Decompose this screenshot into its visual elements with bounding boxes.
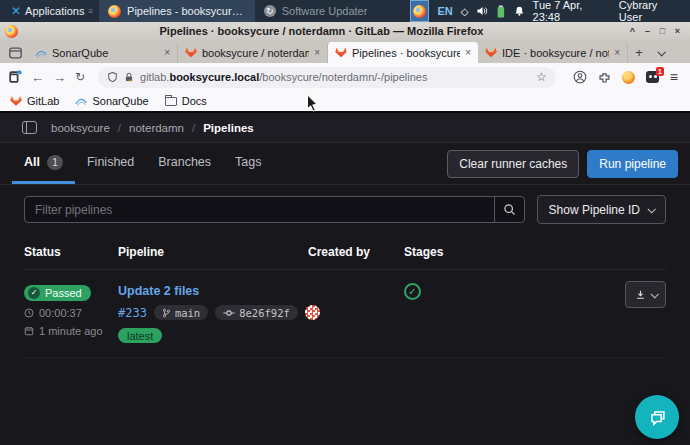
tab-label: SonarQube [52, 47, 159, 59]
clock-icon [24, 308, 34, 318]
gitlab-icon [185, 47, 197, 58]
maximize-button[interactable]: □ [655, 26, 670, 36]
system-tray: EN ◇ Tue 7 Apr, 23:48 Cybrary User [410, 0, 690, 22]
new-tab-button[interactable]: + [628, 42, 650, 63]
account-icon[interactable] [573, 70, 587, 84]
tab-finished[interactable]: Finished [75, 143, 146, 184]
clock[interactable]: Tue 7 Apr, 23:48 [533, 0, 611, 23]
browser-toolbar: ← → ↻ gitlab.booksycure.local/booksycure… [0, 63, 690, 91]
search-button[interactable] [494, 197, 524, 222]
applications-menu[interactable]: ✕ Applications ≡ [4, 0, 99, 22]
tab-sonarqube[interactable]: SonarQube × [28, 42, 178, 63]
close-button[interactable]: × [670, 26, 685, 36]
search-icon [503, 203, 516, 216]
applications-caret-icon: ≡ [88, 7, 92, 16]
taskbar-window-label: Pipelines - booksycure /... [127, 5, 246, 17]
back-button[interactable]: ← [31, 71, 44, 84]
bookmark-sonarqube[interactable]: SonarQube [75, 95, 148, 107]
language-indicator[interactable]: EN [437, 5, 452, 17]
pipeline-cell: Update 2 files #233 main 8e26f92f latest [118, 281, 308, 344]
extension-with-badge-icon[interactable]: 1 [646, 71, 659, 83]
breadcrumb-separator: / [118, 122, 121, 134]
bookmark-label: SonarQube [92, 95, 148, 107]
extensions-puzzle-icon[interactable] [598, 71, 611, 84]
tab-close-icon[interactable]: × [614, 47, 620, 58]
user-menu[interactable]: Cybrary User [619, 0, 682, 23]
filter-box [24, 196, 525, 223]
firefox-view-button[interactable] [2, 42, 28, 63]
window-titlebar: Pipelines · booksycure / noterdamn · Git… [0, 22, 690, 40]
network-icon[interactable]: ◇ [461, 6, 469, 17]
tab-ide[interactable]: IDE · booksycure / noterd × [478, 42, 628, 63]
taskbar-window-updater[interactable]: ↻ Software Updater [255, 0, 411, 22]
forward-button[interactable]: → [53, 71, 66, 84]
status-badge-passed[interactable]: ✓ Passed [24, 285, 91, 301]
notifications-bell-icon[interactable] [514, 5, 525, 17]
tab-branches[interactable]: Branches [146, 143, 223, 184]
lock-icon[interactable] [124, 71, 134, 83]
foxyproxy-icon[interactable] [622, 71, 635, 84]
commit-sha[interactable]: 8e26f92f [215, 305, 298, 320]
bookmark-star-icon[interactable]: ☆ [536, 70, 547, 84]
help-chat-button[interactable] [635, 395, 679, 439]
menu-hamburger-icon[interactable]: ≡ [670, 69, 678, 85]
pipeline-id-link[interactable]: #233 [118, 306, 147, 320]
url-subdomain: gitlab. [140, 71, 169, 83]
gitlab-icon [485, 47, 497, 58]
breadcrumb-group[interactable]: booksycure [51, 122, 110, 134]
tab-all[interactable]: All 1 [12, 143, 75, 184]
stage-passed-icon[interactable]: ✓ [404, 283, 421, 300]
bookmark-docs[interactable]: Docs [165, 95, 207, 107]
col-created-by: Created by [308, 245, 404, 259]
tab-pipelines-active[interactable]: Pipelines · booksycure / n × [328, 42, 478, 63]
toolbar-icons: 1 ≡ [569, 69, 682, 85]
download-artifacts-button[interactable] [625, 281, 666, 308]
breadcrumb-page: Pipelines [203, 122, 254, 134]
breadcrumb-separator: / [192, 122, 195, 134]
software-updater-icon: ↻ [264, 5, 276, 17]
filter-pipelines-input[interactable] [25, 203, 494, 217]
tab-tags[interactable]: Tags [223, 143, 273, 184]
firefox-icon [108, 5, 121, 18]
firefox-view-icon [9, 47, 22, 59]
folder-icon [165, 97, 177, 106]
tracking-shield-icon[interactable] [107, 71, 118, 83]
reload-button[interactable]: ↻ [75, 71, 85, 83]
bookmark-label: GitLab [27, 95, 59, 107]
url-bar[interactable]: gitlab.booksycure.local/booksycure/noter… [98, 67, 556, 88]
chevron-down-icon [647, 205, 655, 213]
committer-avatar[interactable] [305, 305, 320, 320]
taskbar-window-firefox[interactable]: Pipelines - booksycure /... [99, 0, 255, 22]
tab-close-icon[interactable]: × [164, 47, 170, 58]
show-pipeline-id-dropdown[interactable]: Show Pipeline ID [537, 195, 666, 224]
minimize-button[interactable]: – [640, 26, 655, 36]
tab-close-icon[interactable]: × [465, 47, 471, 58]
tab-close-icon[interactable]: × [314, 47, 320, 58]
volume-icon[interactable] [476, 5, 488, 17]
screenshot-extension-icon[interactable] [8, 70, 22, 84]
gitlab-page: booksycure / noterdamn / Pipelines All 1… [0, 113, 690, 445]
tab-project[interactable]: booksycure / noterdamn × [178, 42, 328, 63]
breadcrumb-project[interactable]: noterdamn [129, 122, 184, 134]
branch-ref[interactable]: main [154, 305, 208, 320]
branch-icon [162, 308, 171, 318]
download-icon [635, 289, 646, 300]
pipeline-title-link[interactable]: Update 2 files [118, 284, 199, 298]
sidebar-toggle-icon[interactable] [22, 121, 37, 134]
latest-badge[interactable]: latest [118, 328, 162, 343]
tray-firefox-icon[interactable] [410, 0, 429, 22]
pipeline-duration: 00:00:37 [24, 307, 118, 319]
rollup-button[interactable]: ^ [625, 26, 640, 36]
bookmark-gitlab[interactable]: GitLab [10, 95, 59, 107]
battery-icon[interactable] [496, 5, 506, 18]
url-text: gitlab.booksycure.local/booksycure/noter… [140, 71, 530, 83]
table-header: Status Pipeline Created by Stages [24, 232, 666, 270]
applications-label: Applications [25, 5, 84, 17]
browser-tab-bar: SonarQube × booksycure / noterdamn × Pip… [0, 40, 690, 63]
clear-runner-caches-button[interactable]: Clear runner caches [447, 150, 579, 178]
list-all-tabs-button[interactable] [650, 42, 672, 63]
run-pipeline-button[interactable]: Run pipeline [587, 150, 678, 178]
pipelines-table: Status Pipeline Created by Stages ✓ Pass… [0, 232, 690, 358]
url-path: /booksycure/noterdamn/-/pipelines [259, 71, 427, 83]
bookmarks-bar: GitLab SonarQube Docs [0, 91, 690, 113]
